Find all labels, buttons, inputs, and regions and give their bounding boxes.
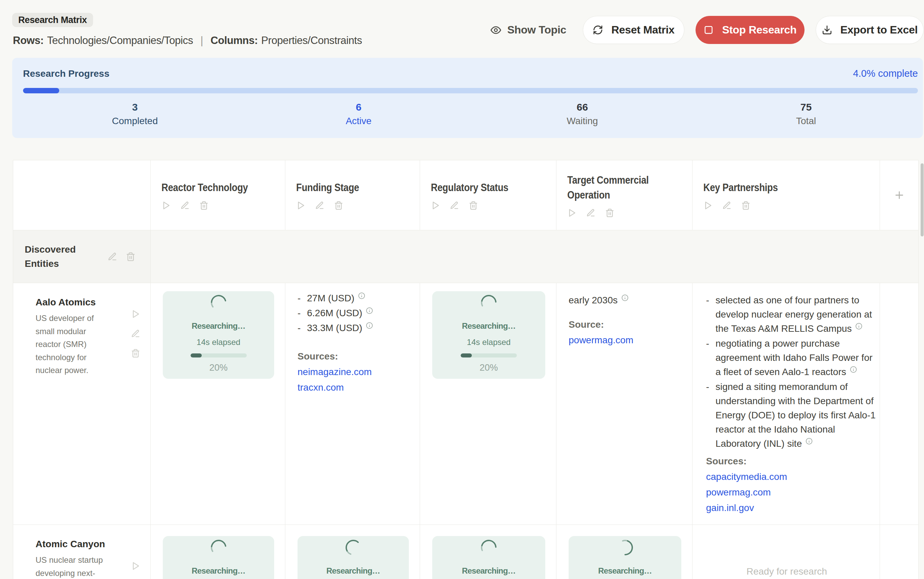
- source-link[interactable]: gain.inl.gov: [706, 500, 878, 516]
- run-row-icon[interactable]: [131, 561, 140, 571]
- list-item: -selected as one of four partners to dev…: [706, 293, 878, 336]
- info-icon[interactable]: [358, 292, 365, 299]
- researching-label: Researching…: [462, 320, 515, 332]
- cell-atomic-add-column: [880, 525, 919, 579]
- column-header-regulatory-status: Regulatory Status: [420, 160, 556, 230]
- row-header-aalo-atomics: Aalo Atomics US developer of small modul…: [13, 283, 151, 525]
- list-item: -33.3M (USD): [297, 321, 409, 335]
- info-icon[interactable]: [855, 323, 862, 330]
- column-title: Reactor Technology: [161, 180, 261, 195]
- source-link[interactable]: powermag.com: [569, 332, 681, 348]
- run-column-icon[interactable]: [703, 201, 712, 210]
- stat-completed-value: 3: [23, 100, 247, 114]
- progress-percent-label: 4.0% complete: [853, 67, 918, 80]
- source-link[interactable]: neimagazine.com: [297, 364, 409, 380]
- delete-column-icon[interactable]: [469, 201, 478, 210]
- spinner-icon: [210, 539, 227, 556]
- researching-card: Researching… 14s elapsed 20%: [163, 291, 274, 379]
- vertical-scrollbar-thumb[interactable]: [921, 164, 924, 236]
- edit-column-icon[interactable]: [450, 201, 459, 210]
- edit-column-icon[interactable]: [586, 208, 595, 218]
- plus-icon: [894, 190, 905, 201]
- column-title: Key Partnerships: [703, 180, 850, 195]
- toolbar: Show Topic Reset Matrix Stop Research Ex…: [490, 16, 924, 44]
- item-content: 33.3M (USD): [307, 321, 373, 335]
- cell-aalo-funding-stage: -27M (USD) -6.26M (USD) -33.3M (USD) Sou…: [285, 283, 420, 525]
- edit-column-icon[interactable]: [181, 201, 190, 210]
- entity-description: US developer of small modular reactor (S…: [36, 312, 108, 377]
- entity-name: Atomic Canyon: [36, 537, 108, 551]
- edit-row-icon[interactable]: [131, 329, 140, 338]
- stat-waiting-value: 66: [471, 100, 694, 114]
- researching-label: Researching…: [598, 565, 652, 577]
- delete-group-icon[interactable]: [126, 252, 135, 262]
- source-link[interactable]: powermag.com: [706, 485, 878, 500]
- sources-block: Sources: neimagazine.com tracxn.com: [297, 349, 409, 395]
- spinner-icon: [480, 539, 498, 557]
- percent-label: 20%: [479, 361, 498, 374]
- stat-waiting: 66 Waiting: [471, 100, 694, 128]
- item-content: negotiating a power purchase agreement w…: [716, 337, 878, 379]
- run-row-icon[interactable]: [131, 309, 140, 319]
- info-icon[interactable]: [366, 322, 373, 329]
- group-actions: [108, 252, 135, 262]
- stop-research-button[interactable]: Stop Research: [696, 16, 804, 44]
- cell-value-list: -selected as one of four partners to dev…: [706, 293, 878, 451]
- researching-label: Researching…: [462, 565, 515, 577]
- item-text: 6.26M (USD): [307, 308, 362, 318]
- bullet-dash: -: [706, 337, 716, 379]
- reset-matrix-button[interactable]: Reset Matrix: [583, 16, 684, 44]
- progress-stats: 3 Completed 6 Active 66 Waiting 75 Total: [23, 100, 918, 128]
- reset-matrix-label: Reset Matrix: [611, 24, 675, 36]
- progress-bar-track: [23, 88, 918, 93]
- row-header-atomic-canyon: Atomic Canyon US nuclear startup develop…: [13, 525, 151, 579]
- column-title: Regulatory Status: [431, 180, 532, 195]
- sources-block: Sources: capacitymedia.com powermag.com …: [706, 453, 878, 516]
- stat-active-value: 6: [247, 100, 471, 114]
- run-column-icon[interactable]: [296, 201, 305, 210]
- add-column-cell[interactable]: [880, 160, 919, 230]
- show-topic-button[interactable]: Show Topic: [490, 24, 566, 36]
- entity-text-block: Atomic Canyon US nuclear startup develop…: [36, 537, 108, 579]
- spinner-icon: [615, 538, 635, 557]
- researching-label: Researching…: [192, 320, 245, 332]
- source-link[interactable]: tracxn.com: [297, 380, 409, 395]
- column-title: Target Commercial Operation: [567, 173, 668, 203]
- info-icon[interactable]: [850, 366, 857, 373]
- bullet-dash: -: [706, 380, 716, 451]
- delete-column-icon[interactable]: [605, 208, 614, 218]
- column-actions: [431, 201, 546, 210]
- info-icon[interactable]: [621, 294, 629, 301]
- info-icon[interactable]: [366, 307, 373, 314]
- group-row-discovered-entities: Discovered Entities: [13, 230, 151, 283]
- export-excel-button[interactable]: Export to Excel: [816, 16, 924, 44]
- delete-column-icon[interactable]: [741, 201, 750, 210]
- edit-group-icon[interactable]: [108, 252, 117, 262]
- edit-column-icon[interactable]: [315, 201, 324, 210]
- delete-column-icon[interactable]: [334, 201, 343, 210]
- cell-atomic-regulatory-status: Researching…: [420, 525, 556, 579]
- item-text: signed a siting memorandum of understand…: [716, 381, 876, 449]
- row-actions: [131, 309, 140, 358]
- ready-for-research-label: Ready for research: [705, 564, 869, 579]
- run-column-icon[interactable]: [431, 201, 440, 210]
- edit-column-icon[interactable]: [722, 201, 731, 210]
- source-link[interactable]: capacitymedia.com: [706, 469, 878, 485]
- run-column-icon[interactable]: [567, 208, 576, 218]
- column-actions: [567, 208, 682, 218]
- stat-active: 6 Active: [247, 100, 471, 128]
- entity-description: US nuclear startup developing next-: [36, 554, 108, 579]
- item-content: 27M (USD): [307, 291, 365, 306]
- rows-value: Technologies/Companies/Topics: [47, 33, 193, 48]
- info-icon[interactable]: [806, 438, 812, 445]
- sources-label: Sources:: [297, 349, 409, 364]
- delete-column-icon[interactable]: [199, 201, 208, 210]
- percent-label: 20%: [209, 361, 227, 374]
- cell-atomic-reactor-technology: Researching…: [151, 525, 285, 579]
- research-matrix-table: Reactor Technology Funding Stage Regulat…: [13, 160, 919, 579]
- list-item: -6.26M (USD): [297, 306, 409, 320]
- researching-card: Researching…: [297, 536, 409, 579]
- delete-row-icon[interactable]: [131, 349, 140, 358]
- run-column-icon[interactable]: [161, 201, 171, 210]
- cell-progress-track: [190, 353, 247, 358]
